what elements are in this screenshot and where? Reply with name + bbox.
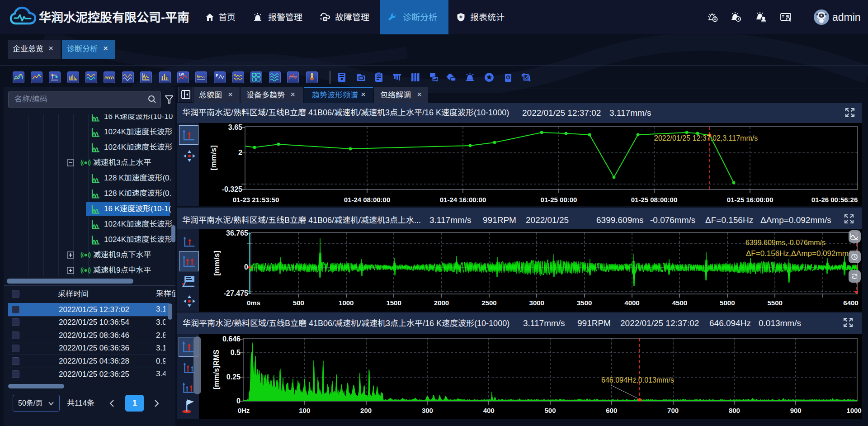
- svg-text:LW: LW: [179, 73, 184, 76]
- svg-text:F: F: [216, 73, 218, 78]
